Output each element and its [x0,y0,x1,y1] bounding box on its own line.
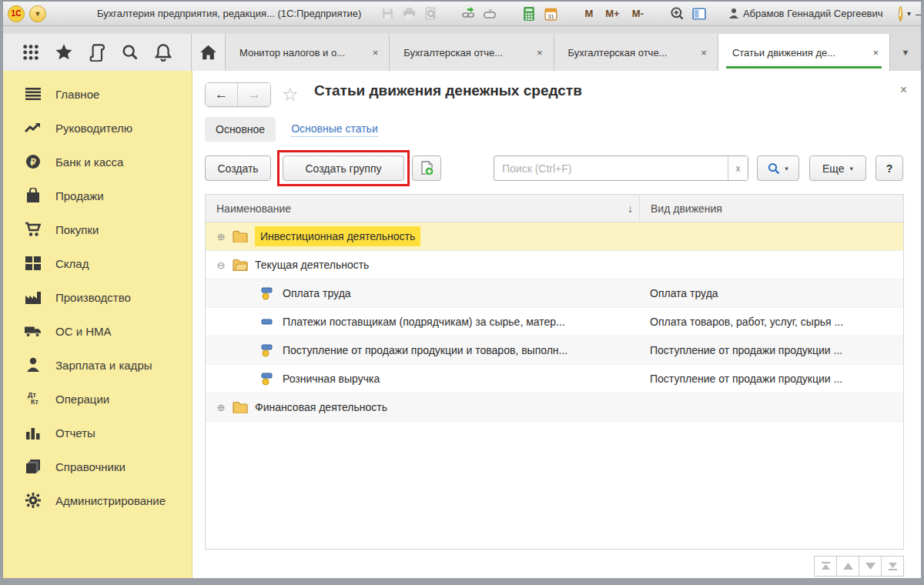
tabs-overflow-button[interactable]: ▼ [890,34,921,71]
trend-chart-icon [25,119,42,136]
back-button[interactable]: ← [206,83,238,106]
sidebar-item-pokupki[interactable]: Покупки [3,212,192,246]
memory-m-plus-button[interactable]: М+ [602,8,622,19]
subnav-osnovnye-stati-link[interactable]: Основные статьи [291,122,378,137]
split-view-icon[interactable] [691,6,707,22]
favorites-star-icon[interactable] [54,42,74,62]
sidebar-item-operacii[interactable]: ДтКт Операции [3,382,192,416]
create-by-copy-button[interactable] [412,155,441,181]
sidebar-item-proizvodstvo[interactable]: Производство [3,280,192,314]
table-row[interactable]: Оплата труда Оплата труда [206,279,903,308]
table-row[interactable]: Платежи поставщикам (подрядчикам) за сыр… [206,308,903,336]
search-options-button[interactable]: ▾ [757,155,799,181]
table-row[interactable]: ⊕ Инвестиционная деятельность [206,222,903,251]
table-row[interactable]: Розничная выручка Поступление от продажи… [206,365,903,393]
apps-menu-icon[interactable] [21,42,41,62]
tab-monitor-nalogov[interactable]: Монитор налогов и о... × [226,34,390,71]
save-icon[interactable] [380,6,395,22]
ruble-coin-icon: ₽ [25,153,42,170]
scroll-to-top-button[interactable] [814,556,837,577]
sidebar-item-os-i-nma[interactable]: ОС и НМА [3,314,192,348]
tab-close-icon[interactable]: × [701,47,707,58]
zoom-icon[interactable] [670,6,685,22]
sidebar-item-rukovoditelyu[interactable]: Руководителю [3,111,192,145]
info-icon[interactable]: i [899,6,902,22]
expand-plus-icon[interactable]: ⊕ [215,402,227,413]
folder-open-icon [232,257,249,272]
tab-close-icon[interactable]: × [373,47,379,58]
cashflow-item-icon [259,371,276,386]
notifications-bell-icon[interactable] [153,42,173,62]
subnav-osnovnoe[interactable]: Основное [205,117,276,142]
sidebar-item-zarplata-i-kadry[interactable]: Зарплата и кадры [3,348,192,382]
scroll-down-button[interactable] [859,556,882,577]
search-input[interactable] [494,156,728,180]
tab-close-icon[interactable]: × [537,47,543,58]
home-tab-button[interactable] [192,34,226,71]
column-name[interactable]: Наименование [216,202,291,215]
tab-close-icon[interactable]: × [873,47,879,58]
create-button[interactable]: Создать [205,155,271,181]
tab-buh-otchet-1[interactable]: Бухгалтерская отче... × [390,34,554,71]
svg-text:31: 31 [547,12,554,19]
create-group-button[interactable]: Создать группу [283,155,404,181]
go-link-icon[interactable] [483,6,498,22]
factory-icon [25,289,42,306]
collapse-minus-icon[interactable]: ⊖ [215,259,227,271]
tab-stati-dvizheniya[interactable]: Статьи движения де... × [718,34,890,71]
truck-icon [25,323,42,339]
preview-icon[interactable] [423,6,438,22]
quick-access-panel [3,34,192,71]
row-kind: Поступление от продажи продукции ... [639,344,903,356]
help-button[interactable]: ? [875,155,903,181]
svg-text:₽: ₽ [30,157,36,168]
scroll-up-button[interactable] [836,556,859,577]
main-menu-button[interactable]: ▼ [29,5,46,22]
calendar-icon[interactable]: 31 [543,6,558,22]
table-row[interactable]: ⊕ Финансовая деятельность [206,393,903,422]
person-icon [25,356,42,373]
column-kind[interactable]: Вид движения [651,202,722,215]
calculator-icon[interactable] [521,6,537,22]
memory-m-button[interactable]: М [581,8,596,19]
chevron-down-icon[interactable]: ▾ [907,9,911,18]
minimize-button[interactable]: – [916,7,922,20]
sidebar-item-label: Руководителю [55,122,132,135]
favorite-star-icon[interactable]: ☆ [282,84,299,105]
row-name: Текущая деятельность [255,259,369,271]
search-icon[interactable] [120,42,140,62]
sidebar-item-otchety[interactable]: Отчеты [3,416,192,450]
tab-label: Статьи движения де... [732,47,865,58]
tab-buh-otchet-2[interactable]: Бухгалтерская отче... × [554,34,718,71]
1c-logo-icon: 1С [8,5,25,22]
get-link-icon[interactable] [461,6,477,22]
form-close-icon[interactable]: × [900,83,907,97]
sidebar-item-administrirovanie[interactable]: Администрирование [3,483,192,517]
page-title: Статьи движения денежных средств [314,82,582,99]
scroll-to-bottom-button[interactable] [881,556,904,577]
folder-icon [232,229,249,244]
expand-plus-icon[interactable]: ⊕ [215,231,227,242]
chevron-down-icon: ▾ [849,165,853,172]
sidebar-item-prodazhi[interactable]: Продажи [3,179,192,212]
sidebar-item-spravochniki[interactable]: Справочники [3,450,192,483]
sidebar-item-bank-i-kassa[interactable]: ₽ Банк и касса [3,145,192,179]
sidebar-item-label: Банк и касса [55,155,123,169]
row-name: Платежи поставщикам (подрядчикам) за сыр… [283,316,565,328]
more-button[interactable]: Еще ▾ [809,155,866,181]
forward-button[interactable]: → [238,83,270,106]
memory-m-minus-button[interactable]: М- [629,8,647,19]
table-row[interactable]: Поступление от продажи продукции и товар… [206,336,903,365]
cashflow-item-icon [259,314,276,329]
sidebar-item-glavnoe[interactable]: Главное [3,77,192,111]
search-clear-icon[interactable]: x [728,156,748,180]
form-stati-dvizheniya: ← → ☆ Статьи движения денежных средств ×… [192,71,924,580]
sidebar-item-sklad[interactable]: Склад [3,246,192,280]
sidebar-item-label: Операции [55,393,109,406]
table-row[interactable]: ⊖ Текущая деятельность [206,251,903,279]
history-icon[interactable] [87,42,107,62]
current-user[interactable]: Абрамов Геннадий Сергеевич [728,8,883,19]
sort-down-icon[interactable]: ↓ [628,202,639,215]
history-nav-buttons: ← → [205,82,271,107]
print-icon[interactable] [401,6,417,22]
